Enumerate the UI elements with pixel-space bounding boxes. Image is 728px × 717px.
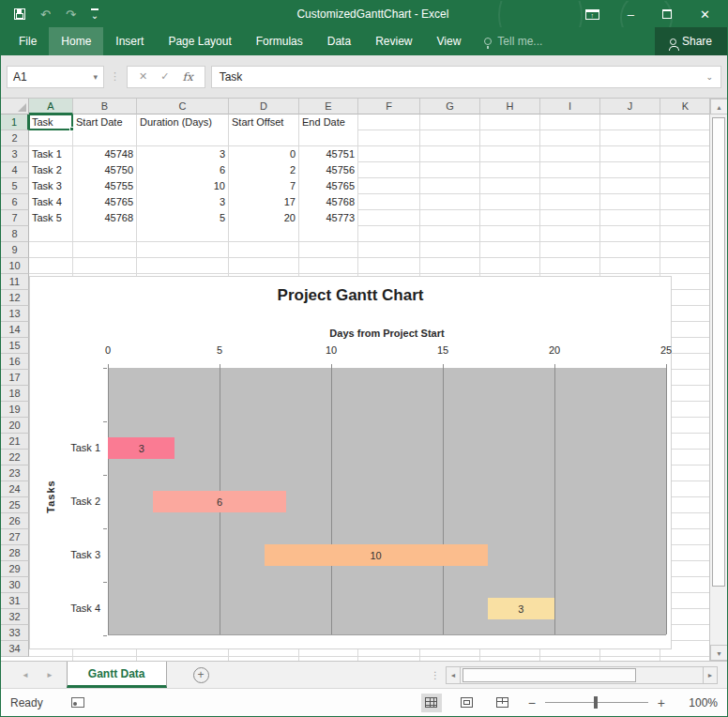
row-header-15[interactable]: 15 bbox=[1, 338, 29, 354]
row-header-16[interactable]: 16 bbox=[1, 354, 29, 370]
vertical-scrollbar[interactable]: ▲ ▼ bbox=[709, 99, 727, 661]
prev-sheet-icon[interactable]: ◄ bbox=[22, 671, 29, 679]
row-header-2[interactable]: 2 bbox=[1, 130, 29, 146]
close-button[interactable]: ✕ bbox=[700, 8, 710, 21]
cell-C3[interactable]: 3 bbox=[137, 146, 228, 162]
cell-B3[interactable]: 45748 bbox=[73, 146, 136, 162]
row-header-29[interactable]: 29 bbox=[1, 561, 29, 577]
horizontal-scroll-thumb[interactable] bbox=[463, 668, 636, 682]
row-header-33[interactable]: 33 bbox=[1, 625, 29, 641]
cell-D5[interactable]: 7 bbox=[229, 178, 298, 194]
share-button[interactable]: Share bbox=[655, 27, 727, 55]
column-header-J[interactable]: J bbox=[600, 99, 660, 114]
cell-B7[interactable]: 45768 bbox=[73, 210, 136, 226]
column-header-F[interactable]: F bbox=[358, 99, 420, 114]
ribbon-display-options-icon[interactable]: ↑ bbox=[585, 9, 599, 20]
row-header-27[interactable]: 27 bbox=[1, 529, 29, 545]
cells-area[interactable]: Project Gantt Chart Days from Project St… bbox=[29, 114, 711, 661]
row-header-14[interactable]: 14 bbox=[1, 322, 29, 338]
redo-icon[interactable]: ↷ bbox=[66, 8, 76, 21]
column-header-C[interactable]: C bbox=[137, 99, 229, 114]
chart-x-axis-title[interactable]: Days from Project Start bbox=[108, 328, 666, 339]
gantt-bar-task-3[interactable]: 10 bbox=[265, 544, 488, 566]
cell-E1[interactable]: End Date bbox=[299, 114, 357, 130]
ribbon-tab-home[interactable]: Home bbox=[49, 27, 103, 55]
cell-E4[interactable]: 45756 bbox=[299, 162, 357, 178]
scroll-left-icon[interactable]: ◄ bbox=[447, 667, 461, 683]
cell-B4[interactable]: 45750 bbox=[73, 162, 136, 178]
gantt-bar-task-4[interactable]: 3 bbox=[488, 598, 554, 619]
zoom-level[interactable]: 100% bbox=[680, 696, 718, 709]
ribbon-tab-file[interactable]: File bbox=[7, 27, 49, 55]
row-header-26[interactable]: 26 bbox=[1, 513, 29, 529]
row-header-5[interactable]: 5 bbox=[1, 178, 29, 194]
cell-C7[interactable]: 5 bbox=[137, 210, 228, 226]
ribbon-tab-insert[interactable]: Insert bbox=[103, 27, 156, 55]
page-layout-view-button[interactable] bbox=[457, 694, 478, 712]
zoom-slider[interactable] bbox=[545, 702, 648, 703]
chart-title[interactable]: Project Gantt Chart bbox=[30, 286, 671, 305]
row-header-4[interactable]: 4 bbox=[1, 162, 29, 178]
row-header-18[interactable]: 18 bbox=[1, 386, 29, 402]
row-header-31[interactable]: 31 bbox=[1, 593, 29, 609]
cancel-icon[interactable]: ✕ bbox=[139, 70, 147, 83]
cell-D7[interactable]: 20 bbox=[229, 210, 298, 226]
vertical-scroll-thumb[interactable] bbox=[712, 117, 725, 587]
scroll-right-icon[interactable]: ► bbox=[703, 667, 717, 683]
row-header-17[interactable]: 17 bbox=[1, 370, 29, 386]
cell-E7[interactable]: 45773 bbox=[299, 210, 357, 226]
row-header-22[interactable]: 22 bbox=[1, 450, 29, 465]
sheet-tab-gantt-data[interactable]: Gantt Data bbox=[67, 662, 167, 688]
column-header-G[interactable]: G bbox=[420, 99, 480, 114]
cell-A4[interactable]: Task 2 bbox=[29, 162, 72, 178]
row-header-28[interactable]: 28 bbox=[1, 545, 29, 561]
column-header-B[interactable]: B bbox=[73, 99, 137, 114]
row-header-6[interactable]: 6 bbox=[1, 194, 29, 210]
row-header-10[interactable]: 10 bbox=[1, 258, 29, 274]
row-header-7[interactable]: 7 bbox=[1, 210, 29, 226]
cell-A3[interactable]: Task 1 bbox=[29, 146, 72, 162]
ribbon-tab-data[interactable]: Data bbox=[315, 27, 363, 55]
scroll-up-icon[interactable]: ▲ bbox=[710, 99, 727, 114]
ribbon-tab-page-layout[interactable]: Page Layout bbox=[156, 27, 243, 55]
cell-D4[interactable]: 2 bbox=[229, 162, 298, 178]
row-header-11[interactable]: 11 bbox=[1, 274, 29, 290]
cell-A6[interactable]: Task 4 bbox=[29, 194, 72, 210]
expand-formula-bar-icon[interactable]: ⌄ bbox=[705, 72, 713, 82]
gantt-bar-task-1[interactable]: 3 bbox=[108, 437, 174, 459]
row-header-8[interactable]: 8 bbox=[1, 226, 29, 242]
cell-E6[interactable]: 45768 bbox=[299, 194, 357, 210]
row-header-21[interactable]: 21 bbox=[1, 434, 29, 450]
row-header-1[interactable]: 1 bbox=[1, 114, 29, 130]
row-header-19[interactable]: 19 bbox=[1, 402, 29, 418]
horizontal-scrollbar[interactable]: ◄ ► bbox=[446, 666, 718, 684]
undo-icon[interactable]: ↶ bbox=[40, 8, 51, 21]
formula-input[interactable]: Task ⌄ bbox=[211, 66, 721, 88]
column-header-E[interactable]: E bbox=[299, 99, 358, 114]
row-header-25[interactable]: 25 bbox=[1, 497, 29, 513]
cell-B5[interactable]: 45755 bbox=[73, 178, 136, 194]
page-break-view-button[interactable] bbox=[493, 694, 513, 712]
cell-D6[interactable]: 17 bbox=[229, 194, 298, 210]
cell-E3[interactable]: 45751 bbox=[299, 146, 357, 162]
scroll-down-icon[interactable]: ▼ bbox=[710, 645, 727, 661]
cell-C1[interactable]: Duration (Days) bbox=[137, 114, 228, 130]
column-header-A[interactable]: A bbox=[29, 99, 73, 114]
gantt-chart-object[interactable]: Project Gantt Chart Days from Project St… bbox=[29, 276, 672, 649]
confirm-icon[interactable]: ✓ bbox=[160, 70, 169, 83]
macro-record-icon[interactable] bbox=[71, 697, 84, 708]
ribbon-tab-review[interactable]: Review bbox=[363, 27, 424, 55]
row-header-34[interactable]: 34 bbox=[1, 641, 29, 657]
save-icon[interactable] bbox=[14, 8, 25, 20]
customize-qat-icon[interactable]: ⌄ bbox=[91, 8, 99, 21]
row-header-20[interactable]: 20 bbox=[1, 418, 29, 434]
column-header-K[interactable]: K bbox=[660, 99, 709, 114]
row-header-24[interactable]: 24 bbox=[1, 481, 29, 497]
zoom-out-icon[interactable]: − bbox=[528, 695, 536, 710]
row-header-13[interactable]: 13 bbox=[1, 306, 29, 322]
cell-C6[interactable]: 3 bbox=[137, 194, 228, 210]
add-sheet-button[interactable]: + bbox=[193, 667, 209, 683]
cell-C4[interactable]: 6 bbox=[137, 162, 228, 178]
name-box[interactable]: A1 ▾ bbox=[7, 66, 104, 88]
cell-D1[interactable]: Start Offset bbox=[229, 114, 298, 130]
